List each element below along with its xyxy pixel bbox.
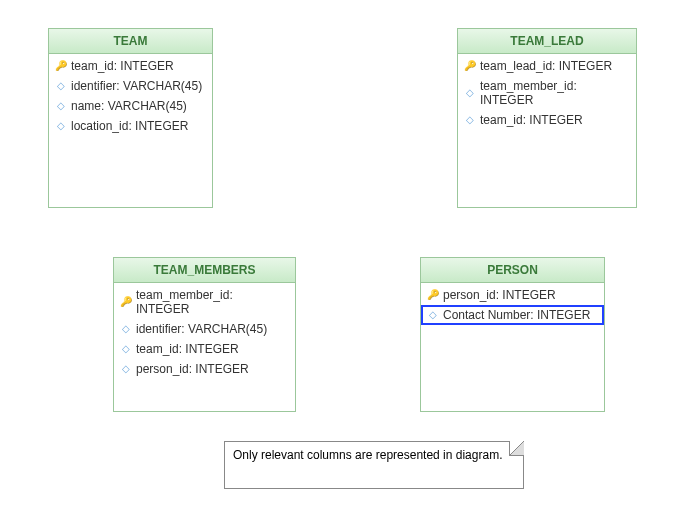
note-text: Only relevant columns are represented in… — [233, 448, 502, 462]
column-row[interactable]: ◇ team_id: INTEGER — [458, 110, 636, 130]
column-row-selected[interactable]: ◇ Contact Number: INTEGER — [421, 305, 604, 325]
column-icon: ◇ — [427, 309, 439, 321]
column-icon: ◇ — [464, 114, 476, 126]
column-icon: ◇ — [55, 100, 67, 112]
column-row[interactable]: ◇ identifier: VARCHAR(45) — [114, 319, 295, 339]
key-icon: 🔑 — [55, 60, 67, 72]
column-label: identifier: VARCHAR(45) — [71, 79, 202, 93]
entity-title: PERSON — [421, 258, 604, 283]
entity-columns: 🔑 team_lead_id: INTEGER ◇ team_member_id… — [458, 54, 636, 132]
column-row[interactable]: 🔑 team_member_id: INTEGER — [114, 285, 295, 319]
column-row[interactable]: ◇ name: VARCHAR(45) — [49, 96, 212, 116]
column-label: Contact Number: INTEGER — [443, 308, 590, 322]
column-row[interactable]: 🔑 person_id: INTEGER — [421, 285, 604, 305]
column-row[interactable]: ◇ team_member_id: INTEGER — [458, 76, 636, 110]
column-row[interactable]: ◇ team_id: INTEGER — [114, 339, 295, 359]
column-label: team_lead_id: INTEGER — [480, 59, 612, 73]
entity-person[interactable]: PERSON 🔑 person_id: INTEGER ◇ Contact Nu… — [420, 257, 605, 412]
column-row[interactable]: 🔑 team_id: INTEGER — [49, 56, 212, 76]
key-icon: 🔑 — [464, 60, 476, 72]
column-row[interactable]: ◇ person_id: INTEGER — [114, 359, 295, 379]
column-label: team_id: INTEGER — [480, 113, 583, 127]
column-label: name: VARCHAR(45) — [71, 99, 187, 113]
column-label: team_member_id: INTEGER — [480, 79, 630, 107]
column-icon: ◇ — [464, 87, 476, 99]
column-label: location_id: INTEGER — [71, 119, 188, 133]
column-label: identifier: VARCHAR(45) — [136, 322, 267, 336]
column-icon: ◇ — [55, 120, 67, 132]
diagram-note[interactable]: Only relevant columns are represented in… — [224, 441, 524, 489]
column-label: team_id: INTEGER — [71, 59, 174, 73]
column-label: person_id: INTEGER — [443, 288, 556, 302]
column-label: person_id: INTEGER — [136, 362, 249, 376]
column-row[interactable]: ◇ location_id: INTEGER — [49, 116, 212, 136]
note-fold-icon — [509, 441, 524, 456]
entity-columns: 🔑 person_id: INTEGER ◇ Contact Number: I… — [421, 283, 604, 327]
entity-team-lead[interactable]: TEAM_LEAD 🔑 team_lead_id: INTEGER ◇ team… — [457, 28, 637, 208]
entity-columns: 🔑 team_member_id: INTEGER ◇ identifier: … — [114, 283, 295, 381]
column-icon: ◇ — [120, 343, 132, 355]
entity-columns: 🔑 team_id: INTEGER ◇ identifier: VARCHAR… — [49, 54, 212, 138]
entity-title: TEAM_LEAD — [458, 29, 636, 54]
key-icon: 🔑 — [427, 289, 439, 301]
column-row[interactable]: ◇ identifier: VARCHAR(45) — [49, 76, 212, 96]
column-icon: ◇ — [55, 80, 67, 92]
column-label: team_id: INTEGER — [136, 342, 239, 356]
column-icon: ◇ — [120, 323, 132, 335]
entity-team[interactable]: TEAM 🔑 team_id: INTEGER ◇ identifier: VA… — [48, 28, 213, 208]
column-row[interactable]: 🔑 team_lead_id: INTEGER — [458, 56, 636, 76]
entity-title: TEAM — [49, 29, 212, 54]
entity-title: TEAM_MEMBERS — [114, 258, 295, 283]
column-icon: ◇ — [120, 363, 132, 375]
column-label: team_member_id: INTEGER — [136, 288, 289, 316]
entity-team-members[interactable]: TEAM_MEMBERS 🔑 team_member_id: INTEGER ◇… — [113, 257, 296, 412]
key-icon: 🔑 — [120, 296, 132, 308]
